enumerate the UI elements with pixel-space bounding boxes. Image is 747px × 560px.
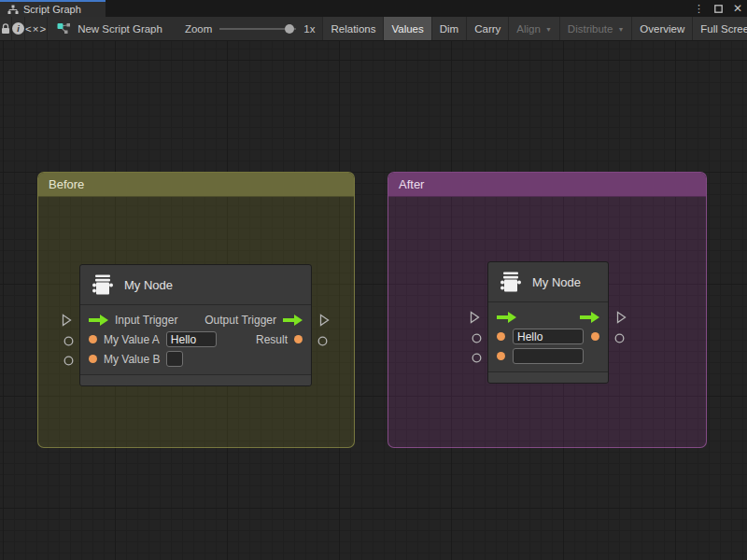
value-a-input[interactable] [513,329,584,344]
carry-button[interactable]: Carry [466,17,508,40]
toolbar-buttons: Relations Values Dim Carry Align ▼ Distr… [322,17,747,40]
result-label: Result [256,333,288,346]
graph-name-label: New Script Graph [78,23,162,35]
group-before-label: Before [49,177,84,191]
node-title: My Node [124,278,173,292]
overview-label: Overview [640,23,684,35]
distribute-dropdown[interactable]: Distribute ▼ [559,17,632,40]
distribute-label: Distribute [568,23,613,35]
zoom-slider[interactable] [219,24,296,34]
value-a-port-icon[interactable] [497,332,505,341]
input-trigger-label: Input Trigger [115,314,177,327]
port-row-value-b [488,346,608,366]
group-after-header[interactable]: After [388,173,706,197]
value-a-input[interactable] [166,331,217,347]
node-before-footer [80,374,311,385]
node-after[interactable]: My Node [487,261,609,384]
code-icon: <×> [25,23,47,35]
dim-label: Dim [440,23,458,35]
graph-reference[interactable]: New Script Graph [48,17,174,40]
zoom-slider-handle[interactable] [285,24,294,34]
node-after-body [488,302,608,370]
tab-script-graph[interactable]: Script Graph [0,0,106,17]
maximize-icon[interactable] [714,5,723,13]
node-after-footer [488,371,608,383]
ext-input-trigger-port[interactable] [470,311,480,324]
zoom-value: 1x [303,23,315,35]
node-before-header[interactable]: My Node [80,265,311,305]
node-after-header[interactable]: My Node [488,262,608,302]
value-b-port-icon[interactable] [497,352,505,360]
value-b-input[interactable] [513,348,584,364]
node-before-body: Input Trigger Output Trigger My Value A [80,305,311,372]
carry-label: Carry [474,23,500,35]
unit-icon [499,270,523,294]
node-title: My Node [532,275,581,289]
code-view-button[interactable]: <×> [25,17,48,40]
relations-button[interactable]: Relations [322,17,383,40]
tab-title: Script Graph [23,4,81,15]
ext-value-a-port[interactable] [63,336,74,346]
script-graph-window: Script Graph ⋮ ✕ i <×> [0,0,747,560]
ext-value-b-port[interactable] [63,356,74,366]
info-icon: i [12,22,24,35]
inspect-button[interactable]: i [12,17,25,40]
fullscreen-button[interactable]: Full Screen [692,17,747,40]
ext-input-trigger-port[interactable] [62,314,72,327]
script-graph-asset-icon [57,22,71,35]
group-before-header[interactable]: Before [38,173,354,197]
window-controls: ⋮ ✕ [694,0,742,17]
graph-hierarchy-icon [7,5,19,15]
ext-result-port[interactable] [317,336,328,346]
value-a-port-icon[interactable] [89,335,97,343]
fullscreen-label: Full Screen [700,23,747,35]
zoom-label: Zoom [185,23,212,35]
output-trigger-port-icon[interactable] [580,312,599,323]
value-a-label: My Value A [104,333,160,346]
tab-bar: Script Graph ⋮ ✕ [0,0,747,17]
zoom-control: Zoom 1x [174,17,323,40]
node-before[interactable]: My Node Input Trigger Output Trigger [79,264,312,386]
port-row-value-a [488,327,608,346]
chevron-down-icon: ▼ [617,26,624,33]
port-row-value-b: My Value B [80,349,311,369]
port-row-value-a: My Value A Result [80,329,311,349]
port-row-trigger: Input Trigger Output Trigger [80,310,311,329]
group-after-label: After [399,177,424,191]
relations-label: Relations [331,23,375,35]
output-trigger-port-icon[interactable] [283,315,303,326]
value-b-label: My Value B [104,353,160,366]
lock-button[interactable] [0,17,12,40]
result-port-icon[interactable] [294,335,303,343]
value-b-input[interactable] [166,351,183,367]
result-port-icon[interactable] [591,332,599,341]
close-icon[interactable]: ✕ [733,3,742,14]
lock-icon [0,22,11,35]
values-label: Values [391,23,423,35]
ext-value-b-port[interactable] [472,353,482,363]
ext-value-a-port[interactable] [472,333,482,343]
ext-output-trigger-port[interactable] [616,311,627,324]
chevron-down-icon: ▼ [545,26,552,33]
dim-button[interactable]: Dim [431,17,466,40]
align-dropdown[interactable]: Align ▼ [508,17,559,40]
menu-icon[interactable]: ⋮ [694,4,704,14]
graph-toolbar: i <×> New Script Graph Zoom 1x Relations… [0,17,747,41]
align-label: Align [516,23,541,35]
unit-icon [91,273,115,297]
value-b-port-icon[interactable] [89,355,97,363]
overview-button[interactable]: Overview [631,17,692,40]
ext-output-trigger-port[interactable] [319,314,330,327]
input-trigger-port-icon[interactable] [89,315,108,326]
graph-canvas[interactable]: Before After My Node [0,41,747,560]
port-row-trigger [488,307,608,327]
output-trigger-label: Output Trigger [204,314,276,327]
values-button[interactable]: Values [383,17,430,40]
input-trigger-port-icon[interactable] [497,312,516,323]
ext-result-port[interactable] [614,333,625,343]
